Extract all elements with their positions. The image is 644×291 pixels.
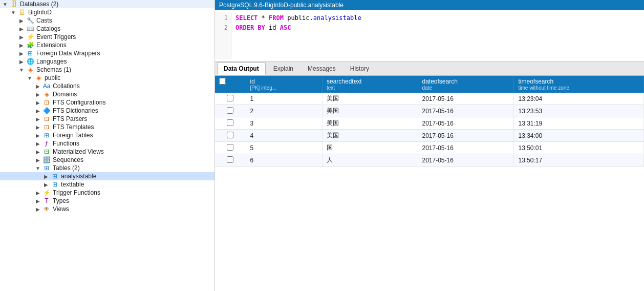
cell-dateofsearch: 2017-05-16 <box>418 130 514 142</box>
cell-id: 6 <box>246 154 322 167</box>
toggle-casts[interactable]: ▶ <box>17 18 26 24</box>
sidebar-item-schemas[interactable]: ▼◈Schemas (1) <box>0 66 214 74</box>
toggle-domains[interactable]: ▶ <box>34 92 42 97</box>
sidebar-item-fts-templates[interactable]: ▶⊡FTS Templates <box>0 123 214 131</box>
toggle-fts-dictionaries[interactable]: ▶ <box>34 108 42 114</box>
row-checkbox-cell[interactable] <box>215 142 246 154</box>
sidebar-item-views[interactable]: ▶👁Views <box>0 205 214 213</box>
cell-timeofsearch: 13:23:53 <box>514 105 644 117</box>
sidebar-item-types[interactable]: ▶TTypes <box>0 197 214 205</box>
toggle-foreign-tables[interactable]: ▶ <box>34 133 42 138</box>
row-checkbox-4[interactable] <box>227 144 233 151</box>
sidebar-item-foreign-tables[interactable]: ▶⊞Foreign Tables <box>0 131 214 139</box>
sidebar-item-public[interactable]: ▼◈public <box>0 74 214 82</box>
icon-functions: ƒ <box>42 140 51 147</box>
toggle-analysistable[interactable]: ▶ <box>42 174 50 179</box>
row-checkbox-2[interactable] <box>227 119 233 126</box>
row-checkbox-1[interactable] <box>227 107 233 114</box>
row-checkbox-cell[interactable] <box>215 117 246 130</box>
toggle-catalogs[interactable]: ▶ <box>17 26 26 32</box>
icon-views: 👁 <box>42 205 51 213</box>
sidebar-item-tables[interactable]: ▼⊞Tables (2) <box>0 164 214 172</box>
sql-editor[interactable]: 1 2 SELECT * FROM public.analysistable O… <box>215 10 644 61</box>
header-checkbox-cell[interactable] <box>215 76 246 93</box>
sidebar-item-biginfod[interactable]: ▼🗄BigInfoD <box>0 8 214 16</box>
sidebar-item-materialized-views[interactable]: ▶⊟Materialized Views <box>0 148 214 156</box>
select-all-checkbox[interactable] <box>219 78 226 85</box>
sidebar-item-texttable[interactable]: ▶⊞texttable <box>0 180 214 189</box>
row-checkbox-cell[interactable] <box>215 93 246 105</box>
toggle-fts-configurations[interactable]: ▶ <box>34 100 42 106</box>
sidebar-item-trigger-functions[interactable]: ▶⚡Trigger Functions <box>0 189 214 197</box>
toggle-tables[interactable]: ▼ <box>34 165 42 171</box>
toggle-extensions[interactable]: ▶ <box>17 43 26 48</box>
icon-extensions: 🧩 <box>26 41 35 49</box>
icon-languages: 🌐 <box>26 58 35 65</box>
sidebar-item-sequences[interactable]: ▶🔢Sequences <box>0 156 214 164</box>
toggle-foreign-data-wrappers[interactable]: ▶ <box>17 51 26 56</box>
sidebar-item-fts-parsers[interactable]: ▶⊡FTS Parsers <box>0 115 214 123</box>
icon-fts-dictionaries: 🔷 <box>42 107 51 114</box>
row-checkbox-0[interactable] <box>227 95 233 101</box>
kw-from: FROM <box>269 14 284 22</box>
sidebar-item-domains[interactable]: ▶◈Domains <box>0 90 214 98</box>
sidebar-item-analysistable[interactable]: ▶⊞analysistable <box>0 172 214 180</box>
cell-timeofsearch: 13:50:17 <box>514 154 644 167</box>
tab-data-output[interactable]: Data Output <box>217 63 266 75</box>
sidebar-item-functions[interactable]: ▶ƒFunctions <box>0 139 214 148</box>
tab-history[interactable]: History <box>344 63 376 74</box>
label-analysistable: analysistable <box>61 173 96 180</box>
row-checkbox-cell[interactable] <box>215 154 246 167</box>
label-collations: Collations <box>53 82 80 90</box>
cell-timeofsearch: 13:34:00 <box>514 130 644 142</box>
row-checkbox-cell[interactable] <box>215 130 246 142</box>
sidebar-item-databases[interactable]: ▼🗄Databases (2) <box>0 0 214 8</box>
sql-connection-title: PostgreSQL 9.6-BigInfoD-public.analysist… <box>219 2 344 9</box>
toggle-collations[interactable]: ▶ <box>34 84 42 89</box>
sidebar-item-casts[interactable]: ▶🔧Casts <box>0 16 214 25</box>
sidebar-item-languages[interactable]: ▶🌐Languages <box>0 57 214 66</box>
toggle-types[interactable]: ▶ <box>34 198 42 204</box>
toggle-texttable[interactable]: ▶ <box>42 182 50 188</box>
sql-code[interactable]: SELECT * FROM public.analysistable ORDER… <box>231 12 644 59</box>
toggle-fts-parsers[interactable]: ▶ <box>34 116 42 122</box>
toggle-functions[interactable]: ▶ <box>34 141 42 147</box>
label-languages: Languages <box>36 58 67 65</box>
toggle-public[interactable]: ▼ <box>26 75 34 81</box>
toggle-languages[interactable]: ▶ <box>17 59 26 65</box>
col-label-searchedtext: searchedtext <box>327 78 362 85</box>
label-event-triggers: Event Triggers <box>36 33 76 40</box>
tabs-bar: Data OutputExplainMessagesHistory <box>215 61 644 76</box>
sidebar-item-event-triggers[interactable]: ▶⚡Event Triggers <box>0 33 214 41</box>
row-checkbox-cell[interactable] <box>215 105 246 117</box>
sidebar-item-fts-configurations[interactable]: ▶⊡FTS Configurations <box>0 98 214 107</box>
toggle-materialized-views[interactable]: ▶ <box>34 149 42 155</box>
row-checkbox-5[interactable] <box>227 156 233 163</box>
label-fts-templates: FTS Templates <box>53 123 94 131</box>
toggle-views[interactable]: ▶ <box>34 206 42 212</box>
toggle-fts-templates[interactable]: ▶ <box>34 124 42 130</box>
icon-casts: 🔧 <box>26 17 35 24</box>
table-header-row: id [PK] integ... searchedtext text dateo… <box>215 76 644 93</box>
toggle-sequences[interactable]: ▶ <box>34 157 42 163</box>
tab-messages[interactable]: Messages <box>301 63 342 74</box>
data-output-panel[interactable]: id [PK] integ... searchedtext text dateo… <box>215 76 644 291</box>
toggle-schemas[interactable]: ▼ <box>17 67 26 73</box>
sidebar-item-extensions[interactable]: ▶🧩Extensions <box>0 41 214 49</box>
col-label-timeofsearch: timeofsearch <box>518 78 553 85</box>
tab-explain[interactable]: Explain <box>267 63 300 74</box>
sidebar-item-foreign-data-wrappers[interactable]: ▶⊞Foreign Data Wrappers <box>0 49 214 57</box>
sidebar-item-catalogs[interactable]: ▶📖Catalogs <box>0 25 214 33</box>
toggle-databases[interactable]: ▼ <box>1 2 9 7</box>
toggle-biginfod[interactable]: ▼ <box>9 10 17 15</box>
sidebar-item-collations[interactable]: ▶AaCollations <box>0 82 214 90</box>
line-num-1: 1 <box>218 13 228 23</box>
label-views: Views <box>53 205 69 213</box>
cell-dateofsearch: 2017-05-16 <box>418 93 514 105</box>
table-body: 1美国2017-05-1613:23:042美国2017-05-1613:23:… <box>215 93 644 167</box>
toggle-event-triggers[interactable]: ▶ <box>17 34 26 40</box>
toggle-trigger-functions[interactable]: ▶ <box>34 190 42 196</box>
row-checkbox-3[interactable] <box>227 132 233 138</box>
sidebar-item-fts-dictionaries[interactable]: ▶🔷FTS Dictionaries <box>0 107 214 115</box>
icon-fts-configurations: ⊡ <box>42 99 51 106</box>
